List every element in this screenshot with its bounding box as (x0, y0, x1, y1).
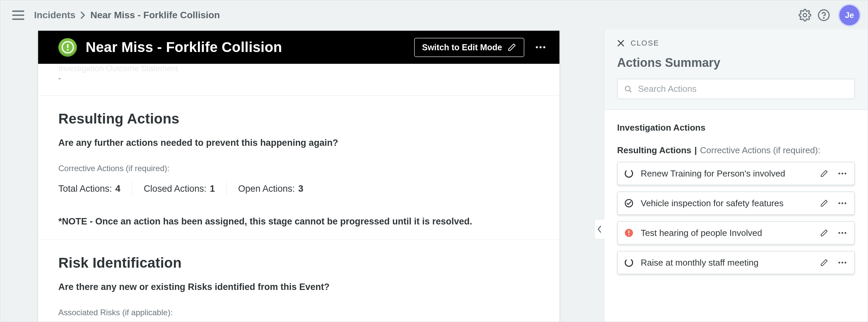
action-overflow-button[interactable] (837, 197, 848, 209)
divider (38, 240, 559, 240)
panel-header: CLOSE Actions Summary (604, 29, 868, 110)
pencil-icon (508, 43, 516, 52)
svg-point-21 (844, 202, 846, 204)
svg-point-26 (841, 232, 843, 234)
svg-point-15 (838, 172, 840, 174)
svg-point-28 (624, 258, 634, 267)
svg-point-5 (823, 18, 824, 18)
content-header: Near Miss - Forklife Collision Switch to… (38, 31, 559, 64)
svg-rect-1 (12, 15, 24, 16)
subheading-bold: Resulting Actions (617, 145, 691, 155)
divider (38, 96, 559, 96)
action-status-icon (624, 168, 634, 179)
edit-action-button[interactable] (818, 168, 830, 179)
svg-point-10 (536, 46, 538, 48)
action-label: Test hearing of people Involved (641, 228, 812, 238)
actions-summary-panel: CLOSE Actions Summary Investigation Acti… (604, 29, 868, 322)
edit-button-label: Switch to Edit Mode (422, 43, 502, 52)
stat-closed: Closed Actions: 1 (144, 184, 215, 194)
corrective-actions-label: Corrective Actions (if required): (58, 164, 539, 173)
svg-point-3 (803, 14, 807, 17)
page-title: Near Miss - Forklife Collision (86, 39, 282, 55)
breadcrumb: Incidents Near Miss - Forklife Collision (34, 10, 220, 21)
svg-point-14 (624, 169, 634, 178)
risk-question: Are there any new or existing Risks iden… (58, 282, 539, 292)
associated-risks-label: Associated Risks (if applicable): (58, 308, 539, 317)
action-label: Vehicle inspection for safety features (641, 198, 812, 209)
overflow-menu-button[interactable] (533, 40, 548, 55)
stat-total: Total Actions: 4 (58, 184, 120, 194)
actions-search[interactable] (617, 79, 855, 99)
svg-point-27 (844, 232, 846, 234)
risk-identification-title: Risk Identification (58, 255, 539, 271)
content-body: Investigation Outcome Statement - Result… (38, 64, 559, 322)
actions-panel-region: CLOSE Actions Summary Investigation Acti… (604, 29, 868, 322)
resulting-actions-title: Resulting Actions (58, 111, 539, 127)
stat-total-label: Total Actions: (58, 184, 112, 194)
action-label: Renew Training for Person's involved (641, 168, 812, 179)
stat-open-label: Open Actions: (238, 184, 295, 194)
close-label: CLOSE (631, 39, 659, 48)
action-status-icon (624, 198, 634, 208)
collapse-panel-button[interactable] (594, 219, 604, 239)
action-list: Renew Training for Person's involvedVehi… (617, 162, 855, 274)
svg-point-25 (838, 232, 840, 234)
action-stats: Total Actions: 4 Closed Actions: 1 Open … (58, 181, 539, 196)
event-type-icon (58, 38, 77, 57)
svg-rect-0 (12, 10, 24, 12)
settings-button[interactable] (795, 6, 814, 25)
resulting-actions-subheading: Resulting Actions | Corrective Actions (… (617, 145, 855, 156)
avatar[interactable]: Je (839, 5, 860, 25)
svg-point-17 (844, 172, 846, 174)
action-overflow-button[interactable] (837, 257, 848, 268)
help-button[interactable] (814, 6, 833, 25)
breadcrumb-root[interactable]: Incidents (34, 10, 76, 21)
edit-action-button[interactable] (818, 227, 830, 239)
svg-point-29 (838, 262, 840, 263)
outcome-value: - (58, 74, 539, 83)
subheading-light: Corrective Actions (if required): (700, 145, 820, 155)
svg-point-19 (838, 202, 840, 204)
svg-point-11 (540, 46, 542, 48)
svg-point-16 (841, 172, 843, 174)
action-item[interactable]: Vehicle inspection for safety features (617, 191, 855, 215)
panel-title: Actions Summary (617, 56, 855, 70)
stat-open-value: 3 (298, 184, 303, 194)
switch-to-edit-button[interactable]: Switch to Edit Mode (414, 38, 525, 57)
edit-action-button[interactable] (818, 257, 830, 268)
outcome-label: Investigation Outcome Statement (58, 64, 539, 73)
chevron-right-icon (80, 11, 86, 19)
stat-closed-label: Closed Actions: (144, 184, 206, 194)
stage-note: *NOTE - Once an action has been assigned… (58, 216, 539, 227)
stat-total-value: 4 (115, 184, 120, 194)
content-card: Near Miss - Forklife Collision Switch to… (38, 31, 559, 322)
divider (132, 181, 132, 196)
svg-point-20 (841, 202, 843, 204)
action-status-icon (624, 228, 634, 238)
investigation-actions-heading: Investigation Actions (617, 123, 855, 133)
menu-button[interactable] (10, 7, 27, 24)
close-icon (617, 39, 625, 47)
subheading-separator: | (692, 145, 699, 155)
svg-point-31 (844, 262, 846, 263)
action-status-icon (624, 258, 634, 268)
stat-open: Open Actions: 3 (238, 184, 303, 194)
action-item[interactable]: Test hearing of people Involved (617, 221, 855, 245)
search-icon (624, 85, 633, 93)
breadcrumb-current: Near Miss - Forklife Collision (90, 10, 220, 21)
actions-search-input[interactable] (637, 83, 848, 95)
topbar: Incidents Near Miss - Forklife Collision… (0, 0, 868, 30)
divider (226, 181, 227, 196)
svg-rect-2 (12, 19, 24, 20)
action-item[interactable]: Raise at monthly staff meeting (617, 251, 855, 274)
stat-closed-value: 1 (210, 184, 215, 194)
svg-point-24 (628, 234, 629, 235)
action-item[interactable]: Renew Training for Person's involved (617, 162, 855, 185)
resulting-actions-question: Are any further actions needed to preven… (58, 138, 539, 148)
action-overflow-button[interactable] (837, 168, 848, 179)
svg-rect-8 (67, 44, 68, 48)
edit-action-button[interactable] (818, 197, 830, 209)
action-overflow-button[interactable] (837, 227, 848, 239)
close-panel-button[interactable]: CLOSE (617, 39, 855, 48)
svg-point-30 (841, 262, 843, 263)
